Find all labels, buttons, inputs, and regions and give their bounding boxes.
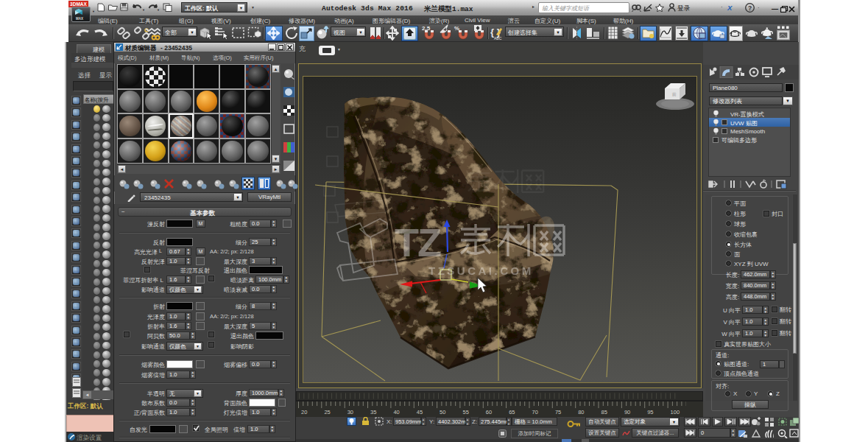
svg-text:TZ: TZ <box>395 220 441 264</box>
svg-text:?: ? <box>748 4 752 12</box>
svg-text:前: 前 <box>671 92 677 97</box>
svg-text:ABC: ABC <box>494 36 502 41</box>
svg-text:TZSUCAI.COM: TZSUCAI.COM <box>428 264 534 277</box>
